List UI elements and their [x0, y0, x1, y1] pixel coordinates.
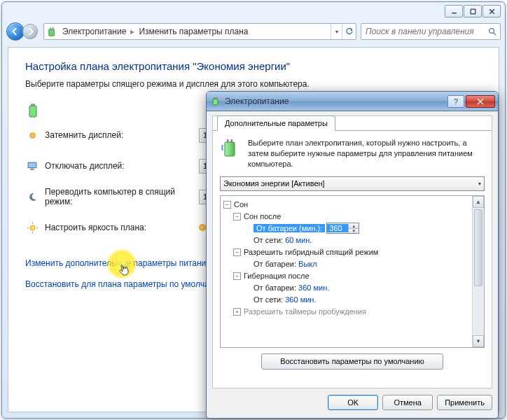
- ok-button[interactable]: OK: [328, 395, 378, 410]
- nav-bar: Электропитание ▸ Изменить параметры план…: [6, 20, 501, 43]
- window-controls: [445, 5, 501, 18]
- tree-value[interactable]: Выкл: [298, 260, 317, 268]
- scroll-down[interactable]: ▼: [473, 335, 484, 347]
- dialog-close-button[interactable]: [466, 95, 495, 108]
- scroll-up[interactable]: ▲: [473, 196, 484, 208]
- spin-up[interactable]: ▲: [348, 224, 359, 229]
- restore-defaults-button[interactable]: Восстановить параметры по умолчанию: [261, 354, 443, 370]
- expander-icon[interactable]: +: [233, 308, 241, 316]
- search-icon: [485, 27, 500, 36]
- breadcrumb-page[interactable]: Изменить параметры плана: [136, 27, 251, 36]
- tree-item-hib-ac[interactable]: От сети:: [254, 295, 283, 304]
- svg-rect-18: [213, 99, 218, 105]
- expander-icon[interactable]: −: [233, 272, 241, 280]
- moon-icon: [25, 192, 39, 202]
- tree-node-sleep-after[interactable]: Сон после: [244, 212, 281, 220]
- close-button[interactable]: [482, 5, 501, 18]
- svg-rect-23: [231, 139, 233, 142]
- breadcrumb-root[interactable]: Электропитание: [60, 27, 129, 36]
- dialog-button-bar: OK Отмена Применить: [212, 393, 492, 412]
- svg-rect-8: [32, 104, 33, 106]
- search-box[interactable]: [361, 23, 501, 40]
- svg-rect-2: [48, 29, 54, 35]
- expander-icon[interactable]: −: [233, 213, 241, 220]
- cancel-button[interactable]: Отмена: [382, 395, 433, 410]
- apply-button[interactable]: Применить: [437, 395, 492, 410]
- address-bar[interactable]: Электропитание ▸ Изменить параметры план…: [43, 23, 356, 40]
- refresh-button[interactable]: [342, 24, 356, 39]
- svg-point-5: [489, 28, 494, 33]
- settings-tree: −Сон −Сон после От батареи (мин.): 360 ▲…: [220, 195, 485, 348]
- svg-point-13: [30, 225, 34, 230]
- svg-rect-21: [225, 142, 235, 156]
- tree-value[interactable]: 360 мин.: [285, 295, 316, 304]
- battery-large-icon: [220, 138, 242, 162]
- tree-node-hibernate[interactable]: Гибернация после: [244, 272, 310, 280]
- tree-node-sleep[interactable]: Сон: [234, 200, 248, 209]
- dialog-title: Электропитание: [222, 97, 447, 106]
- power-plan-icon: [44, 27, 60, 37]
- tree-item-hybrid-batt[interactable]: От батареи:: [254, 260, 296, 268]
- scroll-thumb[interactable]: [474, 209, 482, 286]
- svg-rect-4: [52, 27, 53, 29]
- chevron-right-icon: ▸: [129, 27, 136, 36]
- page-subtitle: Выберите параметры спящего режима и дисп…: [25, 79, 482, 89]
- maximize-button[interactable]: [464, 5, 482, 18]
- svg-line-6: [493, 32, 495, 34]
- svg-rect-12: [30, 168, 34, 169]
- help-button[interactable]: ?: [447, 95, 464, 108]
- svg-point-10: [29, 132, 34, 137]
- sun-icon: [25, 223, 39, 233]
- svg-rect-3: [50, 27, 50, 29]
- svg-rect-7: [29, 106, 36, 117]
- tree-item-ac[interactable]: От сети:: [254, 236, 283, 244]
- power-icon: [209, 97, 222, 106]
- tree-scrollbar[interactable]: ▲ ▼: [472, 196, 484, 347]
- battery-minutes-spinner[interactable]: 360 ▲▼: [326, 223, 359, 234]
- monitor-icon: [25, 161, 39, 172]
- window-titlebar: [2, 2, 505, 20]
- svg-rect-9: [34, 104, 35, 106]
- tab-advanced[interactable]: Дополнительные параметры: [217, 115, 335, 131]
- dialog-titlebar[interactable]: Электропитание ?: [207, 92, 498, 111]
- battery-icon: [25, 103, 41, 121]
- svg-rect-22: [227, 139, 229, 142]
- forward-button[interactable]: [22, 24, 38, 39]
- svg-rect-1: [471, 9, 475, 14]
- tree-item-battery-minutes[interactable]: От батареи (мин.):: [254, 224, 325, 232]
- svg-rect-20: [216, 97, 217, 99]
- tree-value[interactable]: 360 мин.: [298, 284, 329, 292]
- expander-icon[interactable]: −: [223, 201, 231, 209]
- dialog-description: Выберите план электропитания, который ну…: [248, 138, 485, 169]
- tree-item-hib-batt[interactable]: От батареи:: [254, 284, 296, 292]
- power-options-dialog: Электропитание ? Дополнительные параметр…: [206, 91, 499, 419]
- spin-down[interactable]: ▼: [348, 229, 359, 233]
- address-dropdown[interactable]: ▾: [331, 24, 342, 39]
- page-title: Настройка плана электропитания "Экономия…: [25, 60, 482, 72]
- svg-rect-11: [28, 162, 36, 168]
- expander-icon[interactable]: −: [233, 248, 241, 256]
- dim-icon: [25, 130, 39, 141]
- tree-node-wake-timers[interactable]: Разрешить таймеры пробуждения: [244, 307, 366, 316]
- minimize-button[interactable]: [445, 5, 463, 18]
- plan-select-dropdown[interactable]: Экономия энергии [Активен]▾: [220, 176, 485, 191]
- brightness-indicator: [199, 224, 206, 231]
- svg-rect-19: [214, 97, 215, 99]
- dialog-body: Дополнительные параметры Выберите план э…: [212, 115, 492, 388]
- search-input[interactable]: [361, 27, 485, 36]
- row-label: Затемнить дисплей:: [45, 130, 199, 140]
- row-label: Переводить компьютер в спящий режим:: [45, 187, 199, 206]
- row-label: Настроить яркость плана:: [45, 223, 199, 232]
- tab-content: Выберите план электропитания, который ну…: [213, 131, 492, 388]
- highlight-marker: [106, 248, 137, 279]
- tree-value[interactable]: 60 мин.: [285, 236, 312, 244]
- tree-node-hybrid[interactable]: Разрешить гибридный спящий режим: [244, 248, 378, 256]
- row-label: Отключать дисплей:: [45, 161, 199, 171]
